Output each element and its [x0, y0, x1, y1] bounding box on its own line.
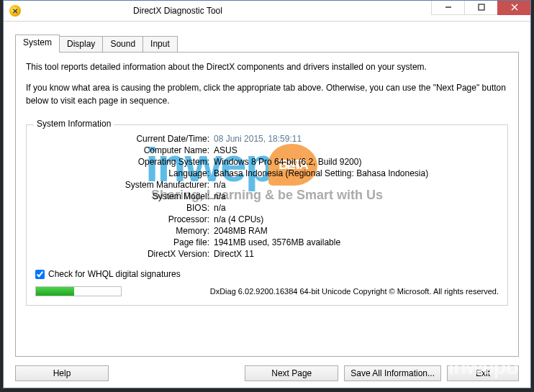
info-row-computername: Computer Name: ASUS [35, 145, 499, 155]
window-title: DirectX Diagnostic Tool [0, 6, 431, 16]
svg-rect-1 [479, 4, 484, 10]
info-value: n/a (4 CPUs) [214, 214, 499, 224]
info-value: Windows 8 Pro 64-bit (6.2, Build 9200) [214, 157, 499, 167]
info-row-directx: DirectX Version: DirectX 11 [35, 249, 499, 259]
maximize-button[interactable] [464, 1, 497, 15]
info-label: Processor: [35, 214, 214, 224]
exit-button[interactable]: Exit [447, 365, 519, 381]
tab-sound[interactable]: Sound [102, 36, 143, 52]
tab-system[interactable]: System [15, 35, 60, 53]
info-value: n/a [214, 203, 499, 213]
help-button[interactable]: Help [15, 365, 109, 381]
system-information-group: System Information Current Date/Time: 08… [26, 124, 508, 306]
intro-line-2: If you know what area is causing the pro… [26, 82, 508, 107]
whql-checkbox[interactable] [35, 270, 45, 279]
info-label: Computer Name: [35, 145, 214, 155]
intro-line-1: This tool reports detailed information a… [26, 61, 508, 73]
tab-label: Input [150, 39, 170, 49]
info-row-os: Operating System: Windows 8 Pro 64-bit (… [35, 157, 499, 167]
info-row-bios: BIOS: n/a [35, 203, 499, 213]
close-button[interactable] [497, 1, 530, 15]
info-value: n/a [214, 191, 499, 201]
info-value: 1941MB used, 3576MB available [214, 237, 499, 247]
info-label: DirectX Version: [35, 249, 214, 259]
whql-checkbox-label: Check for WHQL digital signatures [48, 269, 181, 279]
info-row-memory: Memory: 2048MB RAM [35, 226, 499, 236]
info-label: Current Date/Time: [35, 134, 214, 144]
info-value: ASUS [214, 145, 499, 155]
maximize-icon [478, 4, 485, 11]
info-label: Page file: [35, 237, 214, 247]
tab-panel-system: inwep BETA testing Sharing, Learning & b… [15, 52, 519, 357]
system-information-legend: System Information [34, 119, 114, 129]
info-label: System Model: [35, 191, 214, 201]
info-value: 2048MB RAM [214, 226, 499, 236]
intro-text: This tool reports detailed information a… [26, 61, 508, 107]
next-page-button[interactable]: Next Page [245, 365, 338, 381]
info-value: DirectX 11 [214, 249, 499, 259]
info-label: Memory: [35, 226, 214, 236]
minimize-button[interactable] [431, 1, 464, 15]
dxdiag-icon [9, 5, 21, 17]
info-label: BIOS: [35, 203, 214, 213]
info-label: Operating System: [35, 157, 214, 167]
close-icon [511, 4, 518, 11]
titlebar[interactable]: DirectX Diagnostic Tool [4, 1, 530, 22]
progress-bar [35, 286, 122, 296]
info-label: Language: [35, 168, 214, 178]
tab-label: System [23, 37, 52, 47]
button-row: Help Next Page Save All Information... E… [15, 365, 519, 381]
info-row-manufacturer: System Manufacturer: n/a [35, 180, 499, 190]
tab-display[interactable]: Display [59, 36, 103, 52]
tab-label: Sound [110, 39, 135, 49]
info-row-pagefile: Page file: 1941MB used, 3576MB available [35, 237, 499, 247]
info-row-language: Language: Bahasa Indonesia (Regional Set… [35, 168, 499, 178]
info-row-model: System Model: n/a [35, 191, 499, 201]
minimize-icon [445, 4, 452, 11]
info-value: Bahasa Indonesia (Regional Setting: Baha… [214, 168, 499, 178]
progress-fill [36, 287, 74, 296]
save-all-button[interactable]: Save All Information... [344, 365, 441, 381]
info-row-processor: Processor: n/a (4 CPUs) [35, 214, 499, 224]
tab-label: Display [67, 39, 95, 49]
tab-bar: System Display Sound Input [15, 35, 519, 52]
tab-input[interactable]: Input [142, 36, 178, 52]
copyright-text: DxDiag 6.02.9200.16384 64-bit Unicode Co… [210, 287, 499, 296]
info-value: 08 Juni 2015, 18:59:11 [214, 134, 499, 144]
dxdiag-window: DirectX Diagnostic Tool System Display S… [3, 0, 531, 388]
info-label: System Manufacturer: [35, 180, 214, 190]
info-row-datetime: Current Date/Time: 08 Juni 2015, 18:59:1… [35, 134, 499, 144]
info-value: n/a [214, 180, 499, 190]
whql-checkbox-row: Check for WHQL digital signatures [35, 269, 499, 279]
